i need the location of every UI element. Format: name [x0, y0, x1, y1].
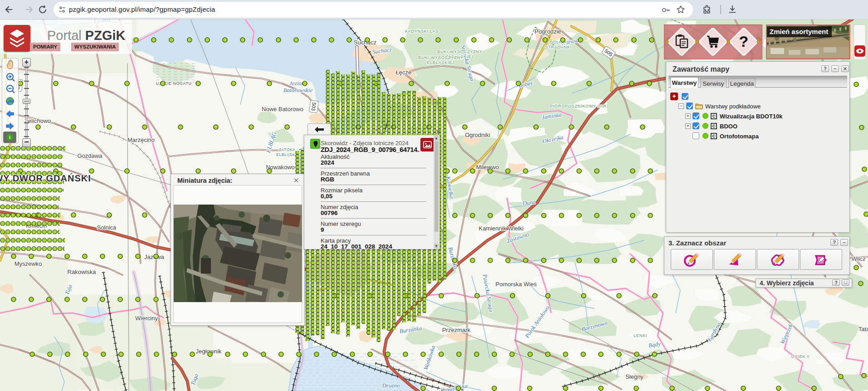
svg-text:Wilcz: Wilcz [851, 255, 865, 262]
svg-text:Milejewo: Milejewo [476, 164, 499, 171]
svg-text:Żelichowo: Żelichowo [24, 117, 51, 124]
svg-text:Batorowskie: Batorowskie [283, 87, 313, 93]
svg-text:NOWY DWÓR GDAŃSKI: NOWY DWÓR GDAŃSKI [0, 173, 91, 183]
svg-text:Ogrodniki: Ogrodniki [465, 132, 490, 138]
svg-text:ZATOKA: ZATOKA [279, 147, 295, 152]
svg-text:Łęcze: Łęcze [396, 69, 412, 76]
svg-text:Solnica: Solnica [97, 224, 117, 231]
svg-text:Druzno: Druzno [381, 382, 400, 389]
svg-text:Nowe Batorowo: Nowe Batorowo [262, 106, 303, 112]
svg-text:Pogrodzie: Pogrodzie [535, 28, 561, 35]
svg-text:BUKI WYSOCZYZNY: BUKI WYSOCZYZNY [437, 49, 483, 54]
svg-text:503: 503 [311, 102, 317, 111]
svg-text:PIÓROPUSZNIKOWY JAR: PIÓROPUSZNIKOWY JAR [550, 103, 606, 108]
svg-text:ELBLĄSKIEJ: ELBLĄSKIEJ [427, 60, 455, 65]
svg-text:?: ? [739, 33, 749, 50]
svg-text:STRADANKI: STRADANKI [545, 44, 572, 49]
svg-text:OSIEK II: OSIEK II [791, 354, 810, 359]
svg-text:KADYŃSKI LAS: KADYŃSKI LAS [405, 29, 439, 34]
svg-text:BUKI WYSOCZYZNY: BUKI WYSOCZYZNY [418, 55, 463, 60]
svg-text:Kamiennik Wielki: Kamiennik Wielki [479, 225, 524, 232]
svg-text:LENKI: LENKI [634, 333, 647, 338]
svg-text:ELBLĄSKA: ELBLĄSKA [276, 152, 297, 157]
svg-text:Marzęcino: Marzęcino [127, 137, 155, 143]
svg-text:Słegny: Słegny [625, 373, 644, 380]
svg-text:Gozdawa: Gozdawa [78, 152, 103, 159]
svg-text:Tata: Tata [858, 326, 868, 332]
svg-text:Myszewko: Myszewko [15, 260, 42, 267]
svg-text:Wierciny: Wierciny [135, 315, 158, 322]
svg-text:Pomorska Wieś: Pomorska Wieś [495, 281, 537, 288]
svg-text:Przezmark: Przezmark [442, 327, 471, 333]
svg-text:Rakowiska: Rakowiska [68, 269, 97, 275]
